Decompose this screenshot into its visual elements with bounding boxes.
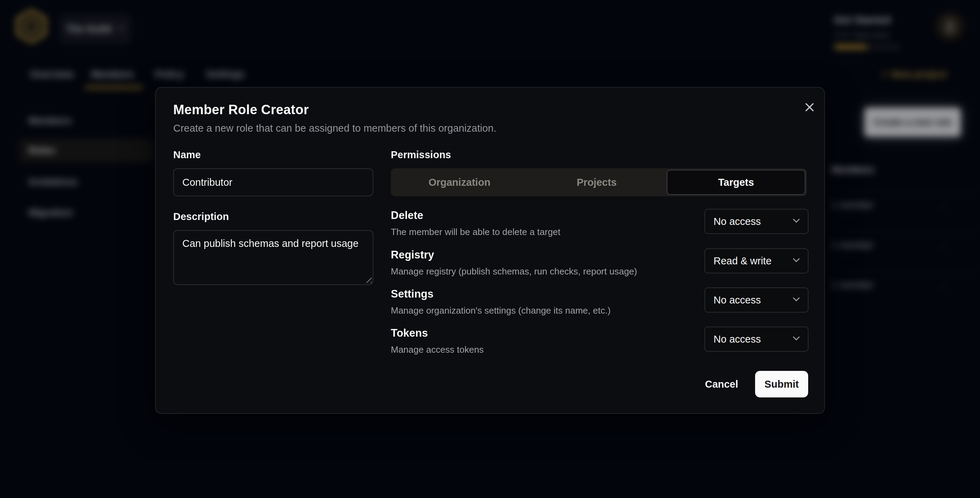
description-field-wrap: Can publish schemas and report usage [173, 230, 373, 285]
perm-tokens-select[interactable]: No access [705, 326, 808, 352]
perm-settings-title: Settings [391, 288, 433, 300]
app-root: The Guild Get Started 4 of 7 tasks done [0, 0, 980, 498]
submit-button[interactable]: Submit [755, 371, 808, 398]
chevron-down-icon [792, 336, 800, 342]
perm-tokens-desc: Manage access tokens [391, 344, 484, 355]
description-label: Description [173, 211, 229, 223]
perm-registry-select[interactable]: Read & write [705, 248, 808, 274]
chevron-down-icon [792, 218, 800, 224]
permissions-tab-group: Organization Projects Targets [391, 168, 807, 196]
perm-delete-value: No access [714, 216, 792, 228]
chevron-down-icon [792, 258, 800, 264]
perm-settings-value: No access [714, 294, 792, 306]
close-icon[interactable] [802, 100, 817, 115]
perm-tokens-title: Tokens [391, 327, 428, 339]
perm-tokens-value: No access [714, 334, 792, 345]
tab-projects[interactable]: Projects [528, 168, 665, 196]
permissions-label: Permissions [391, 149, 451, 161]
perm-registry-desc: Manage registry (publish schemas, run ch… [391, 266, 637, 277]
tab-organization[interactable]: Organization [391, 168, 528, 196]
dialog-subtitle: Create a new role that can be assigned t… [173, 123, 496, 134]
description-textarea[interactable]: Can publish schemas and report usage [173, 230, 373, 285]
tab-targets[interactable]: Targets [667, 170, 805, 195]
chevron-down-icon [792, 297, 800, 303]
perm-delete-desc: The member will be able to delete a targ… [391, 227, 560, 237]
dialog-title: Member Role Creator [173, 102, 309, 117]
perm-registry-value: Read & write [714, 255, 792, 267]
cancel-button[interactable]: Cancel [694, 371, 749, 398]
perm-registry-title: Registry [391, 249, 434, 261]
name-input[interactable] [173, 168, 373, 196]
perm-settings-desc: Manage organization's settings (change i… [391, 305, 611, 316]
member-role-creator-dialog: Member Role Creator Create a new role th… [155, 87, 825, 414]
perm-delete-select[interactable]: No access [705, 209, 808, 234]
perm-delete-title: Delete [391, 209, 423, 222]
perm-settings-select[interactable]: No access [705, 287, 808, 313]
name-label: Name [173, 149, 201, 161]
